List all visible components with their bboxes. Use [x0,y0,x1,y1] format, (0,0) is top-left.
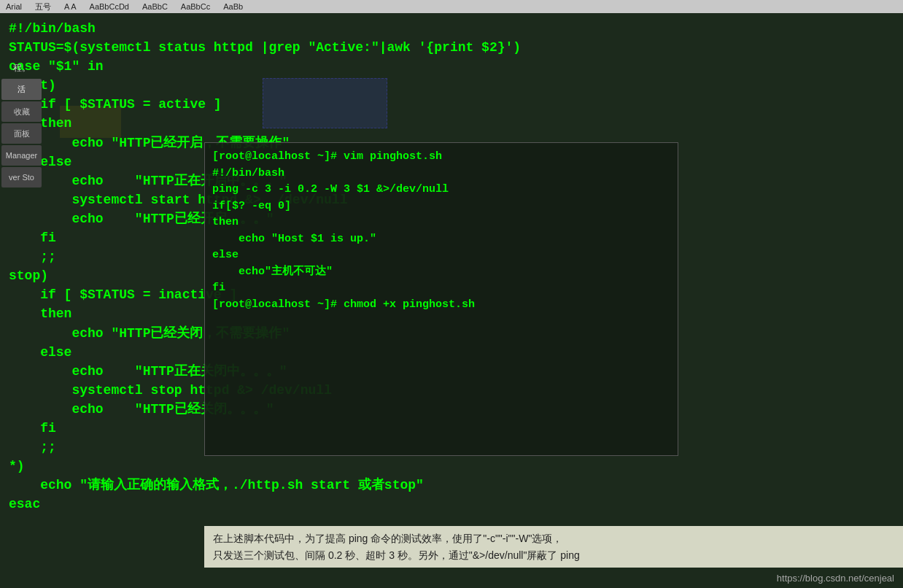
csdn-url: https://blog.csdn.net/cenjeal [777,573,894,584]
toolbar-style2: AaBbC [142,2,168,11]
toolbar-style1: AaBbCcDd [90,2,129,11]
overlay-terminal-code: [root@localhost ~]# vim pinghost.sh #!/b… [205,143,678,319]
toolbar-font: Arial [6,2,22,11]
sidebar-icon-mianbang[interactable]: 面板 [1,123,42,144]
sidebar-icons: 程。 活 收藏 面板 Manager ver Sto [1,58,42,189]
toolbar-size: 五号 [35,1,51,12]
overlay-terminal-panel: [root@localhost ~]# vim pinghost.sh #!/b… [204,142,678,456]
sidebar-label-cheng: 程。 [1,58,42,77]
sidebar-icon-active[interactable]: 活 [1,79,42,99]
annotation-line1: 在上述脚本代码中，为了提高 ping 命令的测试效率，使用了"-c""-i""-… [213,530,896,546]
sidebar-icon-shoucang[interactable]: 收藏 [1,101,42,122]
toolbar-style4: AaBb [223,2,243,11]
top-toolbar: Arial 五号 A A AaBbCcDd AaBbC AaBbCc AaBb [0,0,903,13]
annotation-line2: 只发送三个测试包、间隔 0.2 秒、超时 3 秒。另外，通过"&>/dev/nu… [213,547,896,563]
annotation-bar: 在上述脚本代码中，为了提高 ping 命令的测试效率，使用了"-c""-i""-… [204,526,903,568]
sidebar-icon-manager[interactable]: Manager [1,145,42,166]
sidebar-icon-versto[interactable]: ver Sto [1,167,42,187]
toolbar-fontsize-a: A A [64,2,77,11]
toolbar-style3: AaBbCc [181,2,210,11]
